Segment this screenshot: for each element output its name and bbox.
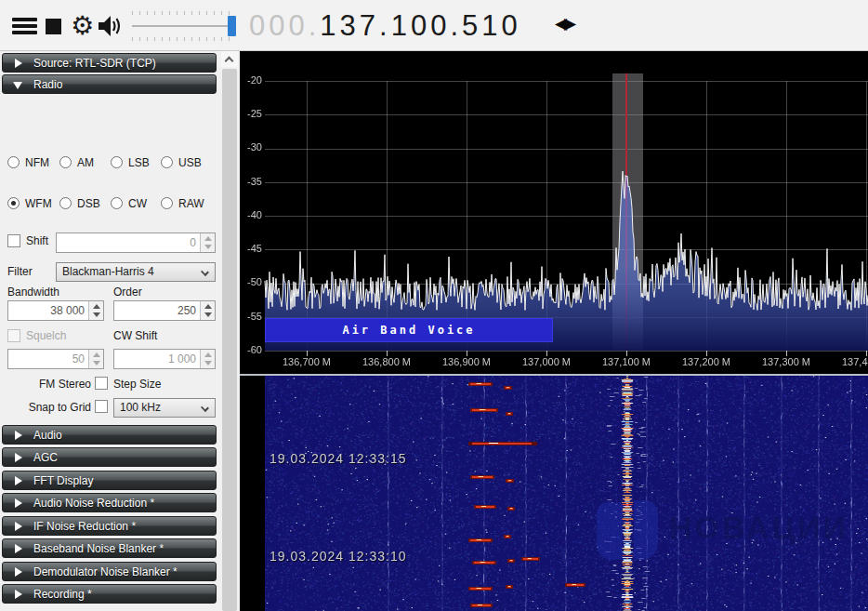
bandwidth-value: 38 000 [50,304,85,317]
frequency-display[interactable]: 000.137.100.510 [249,6,521,46]
mode-label-cw: CW [128,197,147,210]
panel-fft-display[interactable]: FFT Display [2,471,217,490]
x-tick: 136,700 M [268,356,346,367]
scrollbar-up-arrow-icon[interactable] [221,51,238,67]
collapsed-arrow-icon [15,431,22,440]
step-size-selected-value: 100 kHz [120,401,161,414]
chevron-down-icon [201,268,209,276]
gear-icon[interactable]: ⚙ [71,11,94,41]
mode-radio-nfm[interactable] [7,156,20,168]
sdr-app-window: ⚙ 000.137.100.510 ◀▶ Source: RTL-SDR (TC… [0,0,868,611]
mode-label-wfm: WFM [25,197,52,210]
bandwidth-label: Bandwidth [7,286,59,299]
collapsed-arrow-icon [15,59,22,68]
fm-stereo-checkbox[interactable] [95,377,108,390]
panel-recording[interactable]: Recording * [2,584,217,604]
y-tick: -55 [240,311,262,322]
x-tick: 137,200 M [667,356,745,367]
waterfall-canvas[interactable] [240,376,868,611]
panel-demodulator-noise-blanker[interactable]: Demodulator Noise Blanker * [2,562,217,581]
cw-shift-input[interactable]: 1 000 [113,349,216,369]
mode-radio-am[interactable] [59,156,72,168]
mode-radio-raw[interactable] [161,197,173,209]
collapsed-arrow-icon [15,453,22,462]
volume-slider[interactable] [132,9,243,43]
panel-radio[interactable]: Radio [2,74,217,94]
x-tick: 137,400 M [827,356,868,367]
frequency-value[interactable]: 137.100.510 [320,9,520,42]
x-tick: 137,100 M [587,356,665,367]
volume-track[interactable] [132,25,236,27]
shift-input[interactable]: 0 [56,232,216,253]
cw-shift-value: 1 000 [168,352,196,365]
panel-source-label: Source: RTL-SDR (TCP) [33,55,156,73]
tune-step-arrows-icon[interactable]: ◀▶ [555,14,573,33]
filter-label: Filter [7,265,33,278]
y-tick: -45 [240,243,262,254]
panel-agc[interactable]: AGC [2,447,217,467]
air-band-voice-band[interactable]: Air Band Voice [265,318,553,342]
y-tick: -30 [240,141,262,153]
order-spinner[interactable] [200,301,215,320]
y-tick: -60 [240,344,262,355]
mode-label-am: AM [77,156,94,169]
menu-hamburger-icon[interactable] [12,18,37,34]
panel-baseband-noise-blanker[interactable]: Baseband Noise Blanker * [2,538,217,558]
shift-spinner[interactable] [200,233,215,252]
bandwidth-input[interactable]: 38 000 [7,300,104,321]
mode-radio-usb[interactable] [161,156,173,168]
mode-radio-lsb[interactable] [111,156,123,168]
snap-to-grid-checkbox[interactable] [95,400,108,413]
sidebar: Source: RTL-SDR (TCP) Radio NFM AM LSB U… [0,51,219,611]
order-input[interactable]: 250 [113,300,216,321]
collapsed-arrow-icon [15,522,22,531]
panel-recording-label: Recording * [33,586,92,604]
y-tick: -25 [240,108,262,119]
x-tick: 136,800 M [348,356,426,367]
waterfall-timestamp: 19.03.2024 12:33:10 [270,549,406,564]
squelch-spinner[interactable] [88,350,103,368]
speaker-icon[interactable] [97,14,125,42]
scrollbar-thumb[interactable] [222,69,237,611]
order-value: 250 [178,304,196,317]
volume-handle[interactable] [228,16,236,36]
step-size-select[interactable]: 100 kHz [113,398,216,418]
display-area: -20 -25 -30 -35 -40 -45 -50 -55 -60 136,… [240,51,868,611]
snap-to-grid-label: Snap to Grid [7,401,91,414]
collapsed-arrow-icon [15,567,22,577]
cw-shift-spinner[interactable] [200,350,215,368]
collapsed-arrow-icon [15,498,22,508]
stop-button[interactable] [46,19,61,34]
sidebar-scrollbar[interactable] [221,51,238,611]
shift-checkbox[interactable] [7,234,20,247]
filter-select[interactable]: Blackman-Harris 4 [56,262,216,282]
mode-label-raw: RAW [178,197,204,210]
mode-radio-cw[interactable] [111,197,123,209]
step-size-label: Step Size [113,378,161,391]
collapsed-arrow-icon [15,544,22,553]
panel-audio-label: Audio [33,427,62,445]
bandwidth-spinner[interactable] [88,301,103,320]
waterfall-timestamp: 19.03.2024 12:33:15 [270,451,406,466]
panel-if-noise-reduction[interactable]: IF Noise Reduction * [2,516,217,536]
squelch-checkbox[interactable] [7,329,20,342]
cw-shift-label: CW Shift [113,329,157,342]
panel-agc-label: AGC [33,449,58,467]
y-tick: -40 [240,209,262,220]
panel-radio-label: Radio [33,76,62,94]
mode-radio-wfm[interactable] [7,197,20,209]
panel-audio[interactable]: Audio [2,425,217,445]
squelch-input[interactable]: 50 [7,349,104,369]
mode-label-lsb: LSB [128,156,150,169]
shift-value: 0 [190,236,196,249]
mode-label-usb: USB [178,156,202,169]
panel-source[interactable]: Source: RTL-SDR (TCP) [2,53,217,73]
collapsed-arrow-icon [15,590,22,599]
shift-label: Shift [26,234,48,247]
panel-demodulator-noise-blanker-label: Demodulator Noise Blanker * [33,564,178,581]
waterfall: 19.03.2024 12:33:15 19.03.2024 12:33:10 … [240,376,868,611]
fm-stereo-label: FM Stereo [7,378,91,391]
mode-radio-dsb[interactable] [59,197,72,209]
frequency-prefix[interactable]: 000. [249,9,320,42]
panel-audio-noise-reduction[interactable]: Audio Noise Reduction * [2,493,217,512]
